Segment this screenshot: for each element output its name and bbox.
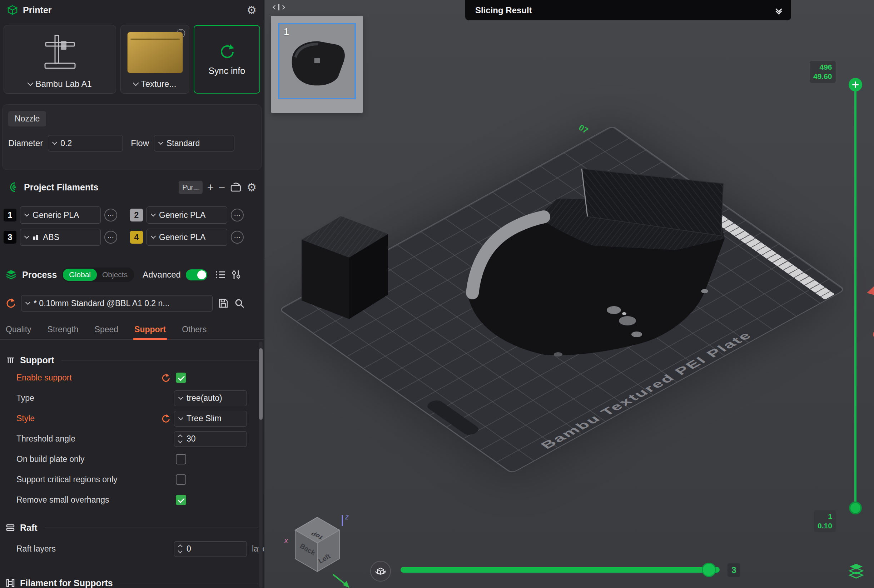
support-style-dropdown[interactable]: Tree Slim (174, 411, 247, 426)
threshold-angle-spinner[interactable]: 30 (174, 431, 247, 447)
filament-1-badge[interactable]: 1 (4, 208, 17, 222)
filament-1-menu-icon[interactable]: ⋯ (104, 208, 117, 222)
tune-icon[interactable] (231, 270, 242, 280)
reset-icon (161, 373, 170, 382)
add-filament-icon[interactable]: + (207, 182, 214, 193)
purge-button[interactable]: Pur... (179, 181, 203, 194)
layer-slider-top-handle[interactable] (848, 78, 862, 92)
build-plate[interactable]: Bambu Textured PEI Plate (278, 125, 846, 474)
list-icon[interactable] (215, 270, 226, 280)
filament-icon (7, 181, 19, 193)
support-style-value: Tree Slim (186, 414, 222, 423)
plate-calibration-strip (687, 197, 835, 300)
process-header: Process Global Objects Advanced (5, 266, 259, 284)
slicing-result-title: Slicing Result (475, 5, 532, 15)
sync-info-label: Sync info (208, 66, 245, 76)
animate-toolpath-button[interactable] (370, 561, 391, 582)
flow-dropdown[interactable]: Standard (154, 135, 234, 152)
filament-3-menu-icon[interactable]: ⋯ (104, 231, 117, 244)
filament-supports-group-title: Filament for Supports (20, 578, 113, 588)
viewport-3d[interactable]: Bambu Textured PEI Plate 07 (265, 0, 874, 588)
filament-settings-gear-icon[interactable]: ⚙ (246, 182, 257, 193)
tab-strength[interactable]: Strength (48, 325, 79, 339)
layers-view-icon[interactable] (848, 562, 865, 580)
ams-sync-icon[interactable] (230, 182, 242, 192)
support-type-value: tree(auto) (186, 393, 222, 403)
raft-layers-value: 0 (186, 544, 191, 554)
filament-1-dropdown[interactable]: Generic PLA (20, 207, 101, 224)
scope-objects-button[interactable]: Objects (97, 270, 133, 279)
spin-down-icon[interactable] (178, 439, 183, 443)
remove-filament-icon[interactable]: − (219, 182, 225, 193)
navigation-cube[interactable]: Top Back Left z x (279, 510, 380, 588)
move-gizmo-partial[interactable] (865, 281, 874, 345)
filament-3-name: ABS (43, 232, 59, 242)
spin-down-icon[interactable] (178, 549, 183, 554)
plate-thumbnail-selected[interactable]: 1 (278, 23, 356, 99)
sidebar-scrollbar-thumb[interactable] (259, 348, 263, 420)
step-slider-track[interactable] (401, 567, 719, 573)
on-build-plate-checkbox[interactable] (176, 454, 186, 464)
save-icon[interactable] (218, 298, 229, 309)
support-type-dropdown[interactable]: tree(auto) (174, 390, 247, 406)
layer-slider-track[interactable] (854, 86, 856, 507)
diameter-dropdown[interactable]: 0.2 (48, 135, 123, 152)
spin-up-icon[interactable] (178, 434, 183, 439)
printer-settings-gear-icon[interactable]: ⚙ (246, 4, 257, 16)
layer-slider-bottom-handle[interactable] (849, 501, 862, 514)
double-chevron-down-icon[interactable] (776, 7, 781, 14)
step-slider-knob[interactable] (702, 562, 716, 577)
filament-3-badge[interactable]: 3 (4, 231, 17, 244)
sync-info-button[interactable]: Sync info (194, 25, 260, 94)
remove-overhangs-checkbox[interactable] (176, 495, 186, 505)
textured-plate-image (127, 32, 183, 73)
chevron-down-icon (132, 80, 139, 86)
scope-global-button[interactable]: Global (63, 268, 97, 281)
spin-up-icon[interactable] (178, 544, 183, 549)
support-group-icon (6, 356, 15, 365)
tab-others[interactable]: Others (182, 325, 207, 339)
chevron-left-icon (273, 5, 277, 10)
enable-support-checkbox[interactable] (176, 373, 186, 383)
chevron-down-icon (52, 140, 57, 145)
slicing-result-bar[interactable]: Slicing Result (465, 0, 791, 20)
layer-top-value-chip: 496 49.60 (810, 61, 836, 83)
search-icon[interactable] (234, 298, 245, 309)
plate-type-label: Texture... (141, 79, 177, 89)
preset-modified-icon[interactable] (5, 298, 16, 309)
tab-speed[interactable]: Speed (95, 325, 119, 339)
raft-layers-spinner[interactable]: 0 (174, 541, 247, 557)
filament-slots: 1 Generic PLA ⋯ 2 Generic PLA ⋯ (3, 207, 261, 246)
filament-2-badge[interactable]: 2 (130, 208, 143, 222)
filament-2-menu-icon[interactable]: ⋯ (231, 208, 244, 222)
filament-4-dropdown[interactable]: Generic PLA (147, 229, 227, 246)
tab-support[interactable]: Support (134, 325, 166, 339)
advanced-label: Advanced (143, 270, 181, 280)
sync-icon (218, 43, 236, 60)
filament-3-dropdown[interactable]: ABS (20, 229, 101, 246)
filaments-title: Project Filaments (24, 182, 98, 192)
printer-select-card[interactable]: Bambu Lab A1 (4, 25, 116, 94)
advanced-toggle[interactable] (186, 269, 207, 280)
threshold-angle-value: 30 (186, 434, 196, 444)
filament-4-menu-icon[interactable]: ⋯ (231, 231, 244, 244)
chevron-down-icon (26, 300, 30, 305)
sidebar-collapse-handle[interactable] (270, 2, 287, 13)
plate-select-card[interactable]: ⓘ Texture... (120, 25, 189, 94)
filament-4-name: Generic PLA (159, 232, 206, 242)
nozzle-tab[interactable]: Nozzle (8, 111, 46, 126)
tab-quality[interactable]: Quality (6, 325, 32, 339)
process-icon (5, 269, 17, 280)
diameter-value: 0.2 (60, 139, 72, 148)
filament-slot-3: 3 ABS ⋯ (4, 229, 122, 246)
filament-4-badge[interactable]: 4 (130, 231, 143, 244)
plate-brand-label: Bambu Textured PEI Plate (538, 329, 755, 451)
plate-number: 1 (284, 26, 289, 38)
layer-bottom-value-chip: 1 0.10 (814, 510, 836, 532)
filament-2-name: Generic PLA (159, 210, 206, 220)
cube-orbit-icon (375, 566, 386, 577)
filament-2-dropdown[interactable]: Generic PLA (147, 207, 227, 224)
plate-number-marker: 07 (577, 123, 590, 135)
preset-dropdown[interactable]: * 0.10mm Standard @BBL A1 0.2 n... (21, 295, 213, 312)
critical-regions-checkbox[interactable] (176, 474, 186, 485)
